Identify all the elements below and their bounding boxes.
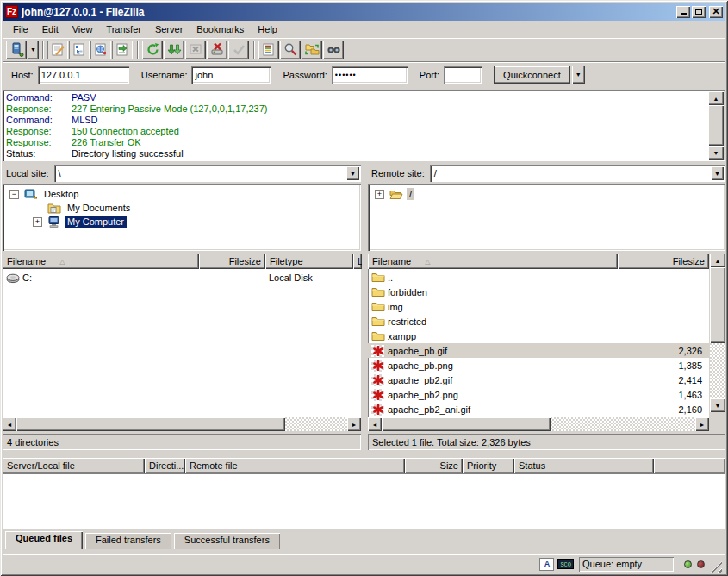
file-row[interactable]: apache_pb2.png1,463 [368, 387, 709, 402]
file-name-cell: apache_pb2.gif [368, 373, 618, 386]
file-name: forbidden [388, 287, 427, 297]
local-status-text: 4 directories [3, 434, 361, 450]
tab-successful-transfers[interactable]: Successful transfers [174, 533, 280, 549]
queue-column-server-local-file[interactable]: Server/Local file [3, 458, 145, 473]
synchronized-browsing-button[interactable] [302, 41, 322, 59]
quickconnect-dropdown-button[interactable]: ▼ [572, 66, 585, 84]
quickconnect-button[interactable]: Quickconnect [494, 66, 570, 84]
scroll-right-icon[interactable]: ► [695, 417, 709, 431]
column-header-filesize[interactable]: Filesize [199, 254, 265, 269]
disconnect-button[interactable] [207, 41, 227, 59]
file-row[interactable]: apache_pb.gif2,326 [368, 343, 709, 358]
reconnect-button[interactable] [228, 41, 249, 59]
file-row[interactable]: .. [368, 270, 709, 285]
chevron-down-icon[interactable]: ▼ [711, 166, 724, 180]
queue-column-status[interactable]: Status [514, 458, 654, 473]
queue-column-directi-[interactable]: Directi... [145, 458, 185, 473]
site-manager-button[interactable] [6, 41, 27, 59]
column-header-l[interactable]: L [353, 254, 362, 269]
site-manager-dropdown-button[interactable]: ▼ [28, 41, 39, 59]
chevron-down-icon[interactable]: ▼ [346, 166, 359, 180]
port-input[interactable] [444, 66, 482, 84]
file-row[interactable]: apache_pb2.gif2,414 [368, 373, 709, 387]
file-name-cell: apache_pb.gif [368, 344, 618, 357]
tree-item-label[interactable]: / [407, 188, 414, 200]
filter-button[interactable] [258, 41, 279, 59]
scroll-up-icon[interactable]: ▲ [708, 91, 724, 105]
toggle-queue-button[interactable] [112, 41, 133, 59]
toggle-local-tree-button[interactable] [69, 41, 90, 59]
toggle-remote-tree-button[interactable] [90, 41, 111, 59]
file-row[interactable]: xampp [368, 329, 709, 343]
tree-item[interactable]: +My Computer [4, 215, 359, 229]
queue-column-size[interactable]: Size [405, 458, 463, 473]
expand-plus-icon[interactable]: + [33, 217, 42, 227]
maximize-button[interactable] [692, 6, 706, 18]
username-input[interactable] [191, 66, 271, 84]
file-name: restricted [388, 316, 426, 327]
queue-column-remote-file[interactable]: Remote file [185, 458, 405, 473]
log-scroll-thumb[interactable] [708, 105, 724, 146]
menu-item-bookmarks[interactable]: Bookmarks [190, 22, 251, 36]
column-header-filesize[interactable]: Filesize [618, 254, 709, 269]
expand-plus-icon[interactable]: + [375, 190, 384, 199]
file-row[interactable]: apache_pb.png1,385 [368, 358, 709, 373]
column-header-filename[interactable]: Filename△ [3, 254, 199, 269]
local-site-combo[interactable]: \ ▼ [54, 165, 361, 182]
menu-item-server[interactable]: Server [148, 22, 190, 36]
directory-comparison-button[interactable] [280, 41, 301, 59]
file-row[interactable]: forbidden [368, 285, 709, 299]
scroll-down-icon[interactable]: ▼ [708, 146, 724, 160]
file-row[interactable]: restricted [368, 314, 709, 329]
column-header-filetype[interactable]: Filetype [265, 254, 353, 269]
collapse-minus-icon[interactable]: − [9, 190, 19, 199]
menu-item-help[interactable]: Help [251, 22, 284, 36]
menu-item-file[interactable]: File [6, 22, 35, 36]
process-queue-button[interactable] [164, 41, 184, 59]
menu-item-view[interactable]: View [65, 22, 100, 36]
close-button[interactable]: ✕ [709, 6, 723, 18]
scroll-left-icon[interactable]: ◄ [368, 417, 382, 431]
local-horizontal-scrollbar[interactable]: ◄ ► [3, 417, 361, 431]
queue-column-priority[interactable]: Priority [463, 458, 514, 473]
tree-item-label[interactable]: My Documents [65, 202, 133, 214]
scroll-right-icon[interactable]: ► [347, 417, 361, 431]
find-files-button[interactable] [323, 41, 344, 59]
column-header-filename[interactable]: Filename△ [368, 254, 618, 269]
scroll-down-icon[interactable]: ▼ [710, 398, 725, 412]
tree-item-label[interactable]: Desktop [41, 188, 81, 200]
tab-failed-transfers[interactable]: Failed transfers [85, 533, 171, 549]
refresh-button[interactable] [142, 41, 163, 59]
toggle-log-button[interactable] [47, 41, 68, 59]
tree-item[interactable]: My Documents [4, 201, 359, 215]
log-line-text: 150 Connection accepted [72, 126, 179, 137]
tree-item[interactable]: +/ [370, 187, 724, 201]
remote-vscroll-thumb[interactable] [710, 267, 725, 343]
remote-site-combo[interactable]: / ▼ [430, 165, 725, 182]
cancel-button[interactable] [185, 41, 206, 59]
remote-vertical-scrollbar[interactable]: ▲ ▼ [710, 254, 725, 412]
folder-icon [370, 271, 385, 284]
tree-item-label[interactable]: My Computer [65, 216, 127, 228]
tree-item[interactable]: −Desktop [4, 187, 359, 201]
remote-horizontal-scrollbar[interactable]: ◄ ► [368, 417, 709, 431]
password-input[interactable] [332, 66, 408, 84]
scroll-left-icon[interactable]: ◄ [3, 417, 16, 431]
file-row[interactable]: img [368, 299, 709, 314]
file-row[interactable]: C:Local Disk [3, 270, 361, 285]
menu-item-transfer[interactable]: Transfer [99, 22, 148, 36]
title-bar[interactable]: Fz john@127.0.0.1 - FileZilla ✕ [3, 3, 725, 21]
toolbar-separator [253, 41, 255, 59]
scroll-up-icon[interactable]: ▲ [710, 254, 725, 267]
site-manager-icon [9, 42, 24, 57]
activity-led-red-icon [697, 560, 705, 568]
local-scroll-thumb[interactable] [16, 417, 285, 431]
tab-queued-files[interactable]: Queued files [5, 531, 83, 549]
menu-item-edit[interactable]: Edit [35, 22, 65, 36]
resize-grip[interactable] [710, 561, 722, 573]
host-input[interactable] [38, 66, 129, 84]
remote-scroll-thumb[interactable] [382, 417, 551, 431]
log-vertical-scrollbar[interactable]: ▲ ▼ [708, 91, 724, 160]
minimize-button[interactable] [676, 6, 690, 18]
file-row[interactable]: apache_pb2_ani.gif2,160 [368, 402, 709, 416]
